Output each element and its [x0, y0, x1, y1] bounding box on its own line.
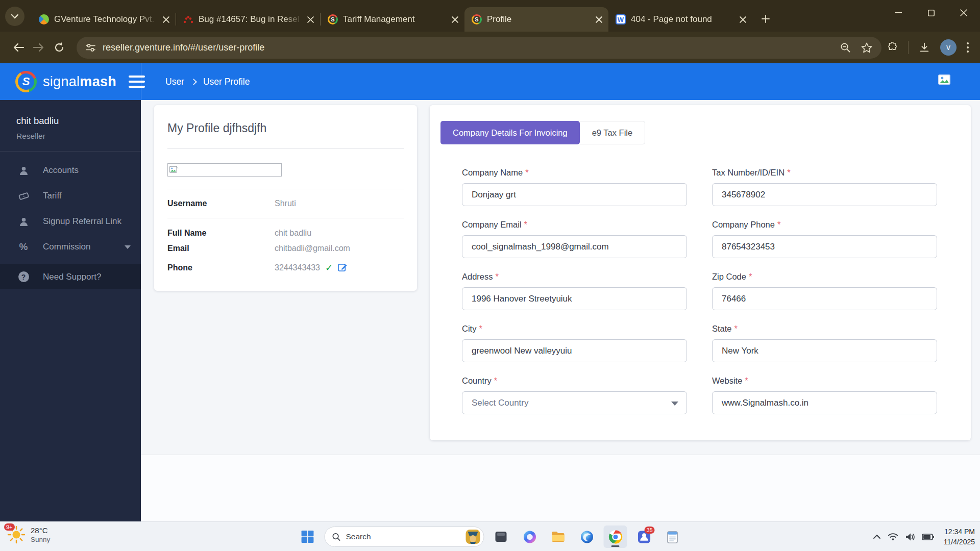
website-input[interactable]: www.Signalmash.co.in: [712, 391, 937, 414]
site-settings-icon[interactable]: [86, 43, 95, 52]
sidebar-item-accounts[interactable]: Accounts: [0, 158, 141, 183]
tab-bug[interactable]: Bug #14657: Bug in Resel: [176, 7, 320, 32]
tab-404[interactable]: W 404 - Page not found: [608, 7, 752, 32]
hamburger-menu-icon[interactable]: [129, 76, 145, 88]
tab-close-icon[interactable]: [307, 16, 314, 23]
field-label: Address: [462, 272, 493, 281]
sidebar-item-label: Need Support?: [43, 272, 131, 282]
profile-avatar[interactable]: v: [940, 39, 957, 56]
tax-number-input[interactable]: 345678902: [712, 183, 937, 206]
ticket-icon: [17, 191, 30, 201]
company-phone-input[interactable]: 87654323453: [712, 235, 937, 258]
minimize-button[interactable]: [882, 0, 915, 26]
clock-date: 11/4/2025: [944, 537, 975, 547]
field-label: Zip Code: [712, 272, 746, 281]
tab-close-icon[interactable]: [452, 16, 458, 23]
weather-temp: 28°C: [31, 526, 50, 535]
tab-close-icon[interactable]: [163, 16, 169, 23]
chevron-down-icon: [125, 245, 131, 249]
tab-e9-tax-file[interactable]: e9 Tax File: [580, 121, 646, 144]
clock-time: 12:34 PM: [944, 527, 975, 537]
tab-gventure[interactable]: GVenture Technology Pvt.: [32, 7, 176, 32]
extensions-icon[interactable]: [887, 42, 898, 53]
browser-menu-icon[interactable]: [967, 42, 969, 53]
brand: S signalmash: [0, 71, 126, 92]
breadcrumb-user[interactable]: User: [165, 77, 184, 87]
tab-tariff[interactable]: S Tariff Management: [321, 7, 464, 32]
city-input[interactable]: greenwool New valleyyuiu: [462, 339, 687, 362]
tab-profile-active[interactable]: S Profile: [464, 7, 608, 32]
taskbar-search-box[interactable]: Search: [325, 527, 484, 547]
field-label: City: [462, 324, 476, 333]
row-label: Phone: [167, 263, 275, 272]
address-bar[interactable]: reseller.gventure.info/#/user/user-profi…: [77, 37, 881, 59]
required-asterisk: *: [777, 220, 780, 229]
start-button[interactable]: [296, 525, 320, 548]
sidebar-item-tariff[interactable]: Tariff: [0, 183, 141, 209]
teams-chat-button[interactable]: 35: [632, 525, 656, 548]
back-icon[interactable]: [8, 37, 29, 58]
tab-company-details-for-invoicing[interactable]: Company Details For Invoicing: [440, 121, 580, 144]
sidebar-item-need-support[interactable]: ? Need Support?: [0, 264, 141, 289]
sidebar-item-signup-referral-link[interactable]: Signup Referral Link: [0, 209, 141, 234]
sidebar-user-block: chit badliu Reseller: [0, 100, 141, 152]
file-explorer-button[interactable]: [547, 525, 570, 548]
country-select[interactable]: Select Country: [462, 391, 687, 414]
maximize-button[interactable]: [915, 0, 947, 26]
tray-chevron-up-icon[interactable]: [873, 534, 881, 539]
tab-close-icon[interactable]: [740, 16, 746, 23]
edge-browser-button[interactable]: [575, 525, 599, 548]
taskbar-clock[interactable]: 12:34 PM 11/4/2025: [944, 527, 975, 547]
field-city: City* greenwool New valleyyuiu: [462, 324, 687, 362]
required-asterisk: *: [787, 168, 790, 177]
tab-title: 404 - Page not found: [631, 14, 734, 24]
new-tab-button[interactable]: [756, 10, 775, 28]
wifi-icon[interactable]: [888, 533, 898, 541]
tab-search-chevron-icon[interactable]: [5, 7, 24, 26]
zip-code-input[interactable]: 76466: [712, 287, 937, 310]
tabs-row: GVenture Technology Pvt. Bug #14657: Bug…: [32, 0, 775, 32]
address-input[interactable]: 1996 Hanover Streetyuiuk: [462, 287, 687, 310]
reload-icon[interactable]: [49, 37, 69, 58]
sidebar-item-commission[interactable]: % Commission: [0, 234, 141, 260]
copilot-button[interactable]: [518, 525, 542, 548]
task-view-button[interactable]: [489, 525, 513, 548]
field-company-name: Company Name* Donjaay grt: [462, 168, 687, 206]
profile-photo-broken-image[interactable]: [167, 163, 282, 177]
company-email-input[interactable]: cool_signalmash_1998@gmail.com: [462, 235, 687, 258]
close-window-button[interactable]: [947, 0, 980, 26]
zoom-out-icon[interactable]: [840, 42, 851, 53]
header-broken-image-icon: [938, 74, 950, 85]
edit-phone-icon[interactable]: [338, 263, 348, 272]
notepad-button[interactable]: [661, 525, 684, 548]
state-input[interactable]: New York: [712, 339, 937, 362]
notepad-icon: [667, 530, 679, 544]
browser-toolbar: reseller.gventure.info/#/user/user-profi…: [0, 32, 980, 63]
windows-logo-icon: [301, 530, 314, 543]
downloads-icon[interactable]: [919, 42, 930, 53]
signalmash-favicon-icon: S: [328, 14, 338, 24]
url-text[interactable]: reseller.gventure.info/#/user/user-profi…: [103, 42, 833, 53]
content-lower-band: [141, 455, 980, 521]
volume-icon[interactable]: [905, 533, 915, 541]
bookmark-star-icon[interactable]: [861, 42, 872, 53]
company-name-input[interactable]: Donjaay grt: [462, 183, 687, 206]
copilot-icon: [523, 530, 536, 544]
tab-close-icon[interactable]: [596, 16, 602, 23]
company-details-card: Company Details For Invoicing e9 Tax Fil…: [430, 105, 971, 440]
chrome-button[interactable]: [604, 525, 627, 548]
search-highlight-character-icon[interactable]: [465, 529, 481, 545]
sidebar-user-role: Reseller: [16, 132, 141, 141]
field-label: Company Name: [462, 168, 523, 177]
battery-icon[interactable]: [922, 534, 934, 540]
forward-icon[interactable]: [29, 37, 49, 58]
divider: [167, 148, 404, 149]
profile-row-phone: Phone 3244343433 ✓: [167, 256, 404, 273]
browser-tabstrip: GVenture Technology Pvt. Bug #14657: Bug…: [0, 0, 980, 32]
profile-row-fullname: Full Name chit badliu: [167, 218, 404, 241]
screen: GVenture Technology Pvt. Bug #14657: Bug…: [0, 0, 980, 551]
profile-card: My Profile djfhsdjfh Username Shruti Ful…: [154, 105, 417, 291]
required-asterisk: *: [734, 324, 738, 333]
taskbar-weather-widget[interactable]: 9+ 28°C Sunny: [7, 525, 50, 544]
field-address: Address* 1996 Hanover Streetyuiuk: [462, 272, 687, 310]
